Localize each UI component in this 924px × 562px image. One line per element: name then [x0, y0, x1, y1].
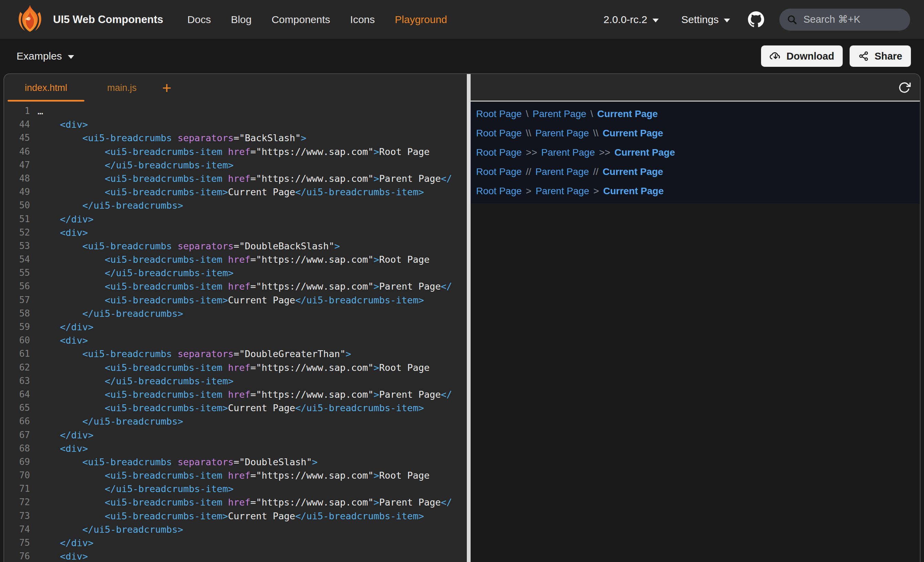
code-line[interactable]: 70 <ui5-breadcrumbs-item href="https://w…: [4, 469, 467, 482]
code-token-tag: >: [374, 281, 379, 292]
code-token-tag: <ui5-breadcrumbs-item: [38, 497, 228, 508]
breadcrumb-link[interactable]: Parent Page: [536, 128, 589, 139]
line-number: 48: [4, 172, 30, 185]
code-line-text: <ui5-breadcrumbs-item href="https://www.…: [30, 280, 452, 293]
code-line[interactable]: 63 </ui5-breadcrumbs-item>: [4, 374, 467, 388]
breadcrumb-link[interactable]: Root Page: [476, 108, 522, 120]
code-line[interactable]: 53 <ui5-breadcrumbs separators="DoubleBa…: [4, 239, 467, 253]
breadcrumb-row: Root Page//Parent Page//Current Page: [471, 162, 920, 181]
panel-splitter[interactable]: [467, 74, 471, 562]
settings-menu[interactable]: Settings: [681, 14, 730, 25]
code-line[interactable]: 44 <div>: [4, 118, 467, 131]
code-line[interactable]: 73 <ui5-breadcrumbs-item>Current Page</u…: [4, 509, 467, 523]
code-line[interactable]: 64 <ui5-breadcrumbs-item href="https://w…: [4, 388, 467, 401]
code-line-text: </div>: [30, 536, 94, 550]
code-token-text: Parent Page: [380, 173, 441, 184]
line-number: 49: [4, 185, 30, 199]
editor-tab-index.html[interactable]: index.html: [5, 74, 87, 102]
code-line[interactable]: 59 </div>: [4, 320, 467, 334]
code-line[interactable]: 47 </ui5-breadcrumbs-item>: [4, 159, 467, 172]
code-line[interactable]: 71 </ui5-breadcrumbs-item>: [4, 482, 467, 496]
code-token-tag: >: [312, 457, 318, 467]
breadcrumb-current-page: Current Page: [603, 128, 663, 139]
code-line[interactable]: 69 <ui5-breadcrumbs separators="DoubleSl…: [4, 455, 467, 469]
breadcrumb-link[interactable]: Root Page: [476, 147, 522, 158]
breadcrumb-link[interactable]: Root Page: [476, 186, 522, 196]
code-token-tag: >: [374, 362, 379, 373]
code-line[interactable]: 54 <ui5-breadcrumbs-item href="https://w…: [4, 253, 467, 266]
nav-link-playground[interactable]: Playground: [395, 14, 447, 25]
line-number: 50: [4, 199, 30, 212]
code-token-attr: separators: [177, 457, 234, 467]
line-number: 61: [4, 347, 30, 361]
code-line[interactable]: 55 </ui5-breadcrumbs-item>: [4, 266, 467, 280]
code-token-tag: >: [374, 173, 379, 184]
github-icon[interactable]: [748, 11, 764, 27]
code-token-tag: <ui5-breadcrumbs: [38, 349, 177, 359]
code-area[interactable]: 1…44 <div>45 <ui5-breadcrumbs separators…: [4, 102, 467, 562]
code-token-tag: <div>: [38, 443, 88, 454]
code-line[interactable]: 57 <ui5-breadcrumbs-item>Current Page</u…: [4, 294, 467, 307]
code-line-text: <ui5-breadcrumbs-item href="https://www.…: [30, 496, 452, 509]
code-line-text: </div>: [30, 429, 94, 442]
breadcrumb-link[interactable]: Root Page: [476, 166, 522, 177]
brand-title[interactable]: UI5 Web Components: [53, 13, 163, 26]
code-line[interactable]: 66 </ui5-breadcrumbs>: [4, 415, 467, 428]
code-token-attr: href: [228, 389, 250, 400]
nav-link-docs[interactable]: Docs: [188, 14, 211, 25]
breadcrumb-link[interactable]: Parent Page: [541, 147, 595, 158]
code-line-text: <ui5-breadcrumbs-item href="https://www.…: [30, 469, 430, 482]
nav-link-components[interactable]: Components: [272, 14, 330, 25]
code-line[interactable]: 60 <div>: [4, 334, 467, 347]
code-line[interactable]: 76 <div>: [4, 550, 467, 562]
code-line[interactable]: 56 <ui5-breadcrumbs-item href="https://w…: [4, 280, 467, 293]
code-line[interactable]: 1…: [4, 104, 467, 118]
add-tab-button[interactable]: +: [158, 74, 176, 102]
code-line-text: </ui5-breadcrumbs-item>: [30, 482, 234, 496]
breadcrumb-link[interactable]: Parent Page: [536, 166, 589, 177]
code-line[interactable]: 68 <div>: [4, 442, 467, 455]
code-token-text: Parent Page: [380, 281, 441, 292]
examples-menu[interactable]: Examples: [16, 50, 74, 62]
breadcrumb-link[interactable]: Parent Page: [532, 108, 586, 120]
code-line[interactable]: 62 <ui5-breadcrumbs-item href="https://w…: [4, 361, 467, 374]
code-token-text: ="DoubleGreaterThan": [234, 349, 345, 359]
share-button[interactable]: Share: [850, 45, 911, 67]
code-line[interactable]: 46 <ui5-breadcrumbs-item href="https://w…: [4, 145, 467, 159]
code-line[interactable]: 52 <div>: [4, 226, 467, 239]
code-line[interactable]: 51 </div>: [4, 213, 467, 226]
breadcrumb-link[interactable]: Root Page: [476, 128, 522, 139]
nav-link-blog[interactable]: Blog: [231, 14, 252, 25]
code-line-text: <div>: [30, 334, 88, 347]
code-line[interactable]: 45 <ui5-breadcrumbs separators="BackSlas…: [4, 131, 467, 145]
code-line[interactable]: 58 </ui5-breadcrumbs>: [4, 307, 467, 320]
code-line[interactable]: 72 <ui5-breadcrumbs-item href="https://w…: [4, 496, 467, 509]
editor-tab-main.js[interactable]: main.js: [87, 74, 157, 102]
breadcrumb-separator: //: [526, 166, 531, 177]
code-line[interactable]: 74 </ui5-breadcrumbs>: [4, 523, 467, 536]
code-token-text: Current Page: [228, 295, 295, 306]
download-button[interactable]: Download: [761, 45, 843, 67]
code-token-text: ="BackSlash": [234, 133, 301, 143]
code-line[interactable]: 65 <ui5-breadcrumbs-item>Current Page</u…: [4, 401, 467, 415]
ui5-phoenix-logo-icon[interactable]: [14, 3, 46, 36]
breadcrumb-separator: //: [593, 166, 599, 177]
code-token-tag: </ui5-breadcrumbs>: [38, 524, 183, 535]
breadcrumb-separator: >>: [599, 147, 610, 158]
breadcrumb-link[interactable]: Parent Page: [536, 186, 590, 196]
code-line[interactable]: 75 </div>: [4, 536, 467, 550]
code-line[interactable]: 61 <ui5-breadcrumbs separators="DoubleGr…: [4, 347, 467, 361]
version-menu[interactable]: 2.0.0-rc.2: [604, 14, 659, 25]
search-input[interactable]: [803, 13, 903, 25]
code-line[interactable]: 67 </div>: [4, 429, 467, 442]
code-line[interactable]: 48 <ui5-breadcrumbs-item href="https://w…: [4, 172, 467, 185]
line-number: 62: [4, 361, 30, 374]
code-line[interactable]: 50 </ui5-breadcrumbs>: [4, 199, 467, 212]
code-token-text: ="DoubleSlash": [234, 457, 312, 467]
nav-link-icons[interactable]: Icons: [350, 14, 375, 25]
line-number: 73: [4, 509, 30, 523]
code-line[interactable]: 49 <ui5-breadcrumbs-item>Current Page</u…: [4, 185, 467, 199]
line-number: 51: [4, 213, 30, 226]
code-token-tag: <ui5-breadcrumbs-item: [38, 389, 228, 400]
refresh-icon[interactable]: [898, 81, 911, 94]
